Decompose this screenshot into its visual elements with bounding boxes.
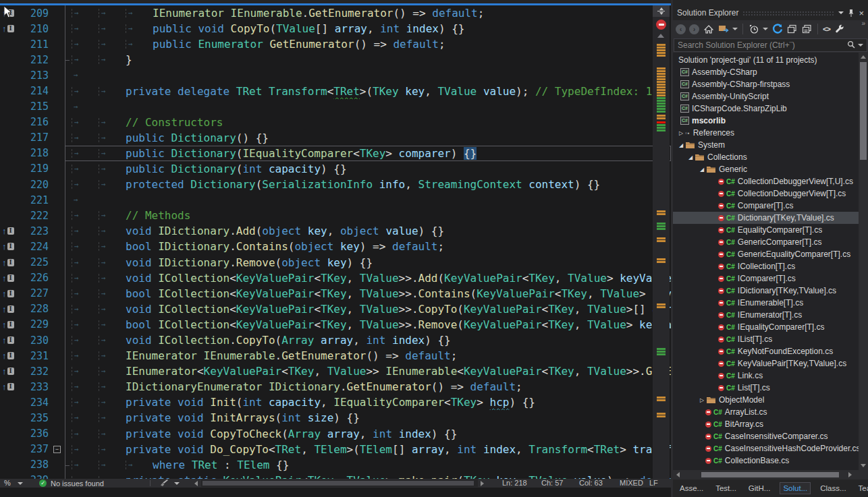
code-line[interactable]: 216→→// Constructors bbox=[0, 115, 671, 130]
expander-closed-icon[interactable]: ▷ bbox=[677, 130, 685, 136]
collapse-all-icon[interactable] bbox=[801, 24, 813, 35]
code-text[interactable]: →→→public void CopyTo(TValue[] array, in… bbox=[65, 21, 671, 36]
code-line[interactable]: 234→→private void Init(int capacity, IEq… bbox=[0, 394, 671, 410]
tree-item-collectionbase-cs[interactable]: C#CollectionBase.cs bbox=[673, 455, 868, 467]
view-code-icon[interactable]: <> bbox=[823, 25, 830, 33]
outline-margin[interactable] bbox=[51, 410, 65, 426]
code-line[interactable]: ↑I223→→void IDictionary.Add(object key, … bbox=[0, 223, 671, 239]
editor-body[interactable]: ↑I209→→→IEnumerator IEnumerable.GetEnume… bbox=[0, 5, 671, 479]
tree-item-caseinsensitivehashcodeprovider-cs[interactable]: C#CaseInsensitiveHashCodeProvider.cs bbox=[673, 442, 868, 455]
pending-changes-filter-icon[interactable] bbox=[748, 24, 759, 35]
code-text[interactable]: → bbox=[65, 67, 671, 83]
outline-margin[interactable] bbox=[51, 379, 65, 394]
glyph-margin[interactable]: ↑I bbox=[0, 367, 19, 376]
code-line[interactable]: 236→→private void CopyToCheck(Array arra… bbox=[0, 426, 671, 442]
properties-wrench-icon[interactable] bbox=[834, 24, 845, 35]
code-line[interactable]: 220→→protected Dictionary(SerializationI… bbox=[0, 177, 671, 192]
outline-margin[interactable] bbox=[51, 255, 65, 270]
code-line[interactable]: 214→→private delegate TRet Transform<TRe… bbox=[0, 83, 671, 98]
code-text[interactable]: →→bool ICollection<KeyValuePair<TKey, TV… bbox=[65, 317, 671, 332]
tree-item-comparer-t-cs[interactable]: C#Comparer[T].cs bbox=[673, 200, 868, 212]
expander-open-icon[interactable]: ◢ bbox=[698, 167, 706, 173]
hscroll-right-arrow-icon[interactable] bbox=[481, 481, 484, 486]
tree-item-ienumerable-t-cs[interactable]: C#IEnumerable[T].cs bbox=[673, 297, 868, 309]
code-line[interactable]: ↑I227→→bool ICollection<KeyValuePair<TKe… bbox=[0, 286, 671, 301]
code-text[interactable]: →→bool ICollection<KeyValuePair<TKey, TV… bbox=[65, 286, 671, 301]
outline-margin[interactable] bbox=[51, 146, 65, 161]
code-line[interactable]: 237−→→private void Do_CopyTo<TRet, TElem… bbox=[0, 442, 671, 457]
outline-margin[interactable] bbox=[51, 394, 65, 410]
split-editor-handle[interactable] bbox=[653, 5, 670, 17]
hscroll-left-arrow-icon[interactable] bbox=[194, 481, 198, 486]
expander-closed-icon[interactable]: ▷ bbox=[698, 397, 706, 403]
code-line[interactable]: 218→→public Dictionary(IEqualityComparer… bbox=[0, 146, 671, 161]
hscroll-thumb[interactable] bbox=[202, 481, 474, 486]
glyph-margin[interactable]: ↑I bbox=[0, 24, 19, 33]
tree-item-caseinsensitivecomparer-cs[interactable]: C#CaseInsensitiveComparer.cs bbox=[673, 430, 868, 442]
tree-item-iequalitycomparer-t-cs[interactable]: C#IEqualityComparer[T].cs bbox=[673, 321, 868, 333]
glyph-margin[interactable]: ↑I bbox=[0, 227, 19, 235]
tree-scroll-up-icon[interactable] bbox=[861, 55, 866, 59]
outline-margin[interactable] bbox=[51, 286, 65, 301]
code-text[interactable]: →→private void Init(int capacity, IEqual… bbox=[65, 394, 671, 410]
tree-item-dictionary-tkey-tvalue-cs[interactable]: C#Dictionary[TKey,TValue].cs bbox=[673, 212, 868, 224]
glyph-margin[interactable]: ↑I bbox=[0, 258, 19, 267]
outline-margin[interactable] bbox=[51, 239, 65, 254]
tree-item-assembly-unityscript[interactable]: C#Assembly-UnityScript bbox=[673, 90, 868, 103]
outline-margin[interactable] bbox=[51, 52, 65, 67]
outline-margin[interactable] bbox=[51, 130, 65, 146]
code-line[interactable]: 221→ bbox=[0, 192, 671, 208]
status-segment[interactable]: Col: 63 bbox=[579, 479, 603, 488]
toolbar-overflow-icon[interactable]: » bbox=[861, 20, 865, 27]
code-text[interactable]: →→private delegate TRet Transform<TRet>(… bbox=[65, 83, 671, 98]
code-line[interactable]: 215→ bbox=[0, 99, 671, 115]
collapse-region-icon[interactable]: − bbox=[53, 446, 61, 453]
implements-interface-icon[interactable]: ↑I bbox=[2, 227, 14, 235]
home-icon[interactable] bbox=[703, 24, 714, 35]
code-line[interactable]: 235→→private void InitArrays(int size) {… bbox=[0, 410, 671, 426]
tree-item-references[interactable]: ▷▫▪References bbox=[673, 127, 868, 139]
close-icon[interactable]: × bbox=[859, 8, 864, 18]
code-line[interactable]: ↑I224→→bool IDictionary.Contains(object … bbox=[0, 239, 671, 254]
search-icon[interactable] bbox=[847, 39, 855, 51]
tree-item-mscorlib[interactable]: C#mscorlib bbox=[673, 115, 868, 127]
code-text[interactable]: →→protected Dictionary(SerializationInfo… bbox=[65, 177, 671, 192]
code-text[interactable]: → bbox=[65, 99, 671, 115]
outline-margin[interactable] bbox=[51, 21, 65, 36]
search-dropdown-icon[interactable] bbox=[858, 44, 863, 47]
code-cleanup-icon[interactable] bbox=[159, 479, 169, 489]
code-text[interactable]: →→public Dictionary() {} bbox=[65, 130, 671, 146]
outline-margin[interactable] bbox=[51, 270, 65, 286]
solution-explorer-title-bar[interactable]: Solution Explorer × bbox=[673, 5, 868, 20]
code-line[interactable]: 212→→} bbox=[0, 52, 671, 67]
code-text[interactable]: →→public Dictionary(int capacity) {} bbox=[65, 161, 671, 177]
code-line[interactable]: 219→→public Dictionary(int capacity) {} bbox=[0, 161, 671, 177]
refresh-icon[interactable] bbox=[786, 24, 798, 35]
glyph-margin[interactable]: ↑I bbox=[0, 242, 19, 251]
code-text[interactable]: →→private static KeyValuePair<TKey, TVal… bbox=[65, 473, 671, 479]
tree-item-link-cs[interactable]: C#Link.cs bbox=[673, 370, 868, 382]
outline-margin[interactable] bbox=[51, 99, 65, 115]
outline-margin[interactable] bbox=[51, 426, 65, 442]
outline-margin[interactable] bbox=[51, 457, 65, 473]
code-line[interactable]: ↑I226→→void ICollection<KeyValuePair<TKe… bbox=[0, 270, 671, 286]
code-line[interactable]: ↑I229→→bool ICollection<KeyValuePair<TKe… bbox=[0, 317, 671, 332]
code-text[interactable]: →→void IDictionary.Remove(object key) {} bbox=[65, 255, 671, 270]
zoom-level-control[interactable]: % bbox=[4, 479, 11, 488]
tree-horizontal-scrollbar[interactable] bbox=[673, 470, 868, 479]
outline-margin[interactable] bbox=[51, 192, 65, 208]
code-text[interactable]: →→void ICollection<KeyValuePair<TKey, TV… bbox=[65, 270, 671, 286]
tool-window-tab-tea[interactable]: Tea... bbox=[856, 483, 868, 494]
outline-margin[interactable] bbox=[51, 208, 65, 223]
code-line[interactable]: ↑I230→→void ICollection.CopyTo(Array arr… bbox=[0, 332, 671, 348]
outline-margin[interactable] bbox=[51, 317, 65, 332]
code-line[interactable]: ↑I209→→→IEnumerator IEnumerable.GetEnume… bbox=[0, 5, 671, 21]
outline-margin[interactable]: − bbox=[51, 442, 65, 457]
glyph-margin[interactable]: ↑I bbox=[0, 336, 19, 345]
tree-item-idictionary-tkey-tvalue-cs[interactable]: C#IDictionary[TKey,TValue].cs bbox=[673, 285, 868, 297]
code-text[interactable]: →→→where TRet : TElem {} bbox=[65, 457, 671, 473]
code-text[interactable]: →→private void CopyToCheck(Array array, … bbox=[65, 426, 671, 442]
tree-scroll-down-icon[interactable] bbox=[861, 464, 866, 467]
implements-interface-icon[interactable]: ↑I bbox=[2, 274, 14, 283]
tree-vscroll-thumb[interactable] bbox=[860, 62, 867, 160]
